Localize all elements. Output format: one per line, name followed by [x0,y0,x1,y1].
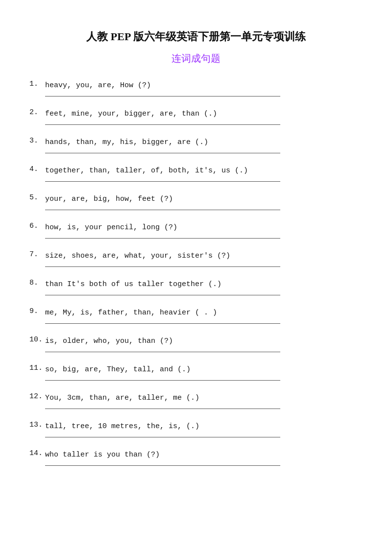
question-number: 10. [29,335,45,344]
answer-line [45,380,280,381]
question-text: how, is, your pencil, long (?) [45,221,363,236]
question-number: 11. [29,363,45,372]
question-text: tall, tree, 10 metres, the, is, (.) [45,420,363,435]
question-text: together, than, taller, of, both, it's, … [45,164,363,179]
question-number: 7. [29,249,45,259]
question-number: 14. [29,448,45,458]
list-item: 8.than It's both of us taller together (… [29,278,363,302]
question-number: 5. [29,193,45,202]
list-item: 10.is, older, who, you, than (?) [29,335,363,359]
question-number: 3. [29,136,45,145]
question-number: 6. [29,221,45,230]
list-item: 4.together, than, taller, of, both, it's… [29,164,363,189]
list-item: 2.feet, mine, your, bigger, are, than (.… [29,107,363,132]
question-text: so, big, are, They, tall, and (.) [45,363,363,378]
list-item: 14.who taller is you than (?) [29,448,363,473]
answer-line [45,266,280,267]
list-item: 7.size, shoes, are, what, your, sister's… [29,249,363,274]
question-number: 2. [29,107,45,117]
list-item: 12.You, 3cm, than, are, taller, me (.) [29,391,363,416]
question-text: size, shoes, are, what, your, sister's (… [45,249,363,265]
question-number: 12. [29,391,45,401]
question-number: 1. [29,79,45,88]
answer-line [45,352,280,352]
question-text: me, My, is, father, than, heavier ( . ) [45,306,363,321]
question-text: You, 3cm, than, are, taller, me (.) [45,391,363,407]
list-item: 11.so, big, are, They, tall, and (.) [29,363,363,387]
question-number: 8. [29,278,45,287]
question-number: 13. [29,420,45,429]
question-text: hands, than, my, his, bigger, are (.) [45,136,363,151]
answer-line [45,409,280,409]
question-text: is, older, who, you, than (?) [45,335,363,350]
answer-line [45,210,280,210]
list-item: 1.heavy, you, are, How (?) [29,79,363,103]
question-text: who taller is you than (?) [45,448,363,463]
list-item: 9.me, My, is, father, than, heavier ( . … [29,306,363,331]
answer-line [45,124,280,125]
list-item: 3.hands, than, my, his, bigger, are (.) [29,136,363,160]
question-text: heavy, you, are, How (?) [45,79,363,94]
answer-line [45,323,280,324]
question-number: 9. [29,306,45,315]
page-title: 人教 PEP 版六年级英语下册第一单元专项训练 [29,29,363,44]
answer-line [45,465,280,466]
question-text: than It's both of us taller together (.) [45,278,363,293]
question-number: 4. [29,164,45,173]
list-item: 13.tall, tree, 10 metres, the, is, (.) [29,420,363,444]
question-text: feet, mine, your, bigger, are, than (.) [45,107,363,122]
answer-line [45,153,280,153]
answer-line [45,96,280,96]
subtitle: 连词成句题 [29,52,363,65]
answer-line [45,295,280,295]
answer-line [45,181,280,182]
question-list: 1.heavy, you, are, How (?)2.feet, mine, … [29,79,363,473]
list-item: 6.how, is, your pencil, long (?) [29,221,363,245]
answer-line [45,238,280,239]
answer-line [45,437,280,437]
list-item: 5.your, are, big, how, feet (?) [29,193,363,217]
question-text: your, are, big, how, feet (?) [45,193,363,208]
